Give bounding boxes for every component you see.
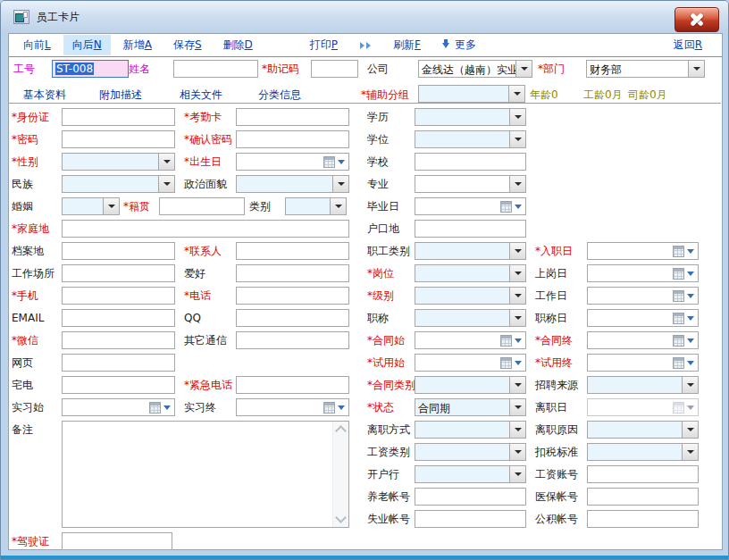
resign-method-dropdown-button[interactable] — [509, 422, 525, 438]
pension-account-input[interactable] — [415, 488, 526, 506]
contract-end-date-picker[interactable] — [587, 331, 699, 349]
email-input[interactable] — [62, 309, 175, 327]
onboard-date-date-picker[interactable] — [587, 264, 699, 282]
confirm-password-input[interactable] — [236, 130, 349, 148]
internship-end-date-picker[interactable] — [236, 398, 349, 416]
status-dropdown-button[interactable] — [509, 399, 525, 415]
recruit-source-select[interactable] — [587, 376, 699, 394]
tab-2[interactable]: 相关文件 — [180, 86, 222, 104]
hire-date-date-picker[interactable] — [587, 242, 699, 260]
title-date-date-picker[interactable] — [587, 309, 699, 327]
political-status-select[interactable] — [236, 175, 349, 193]
phone-input[interactable] — [236, 287, 349, 305]
contract-type-select[interactable] — [415, 376, 526, 394]
qq-input[interactable] — [236, 309, 349, 327]
toolbar-next-button[interactable]: 向后N — [63, 35, 111, 55]
status-select[interactable]: 合同期 — [415, 398, 526, 416]
scroll-up-icon[interactable] — [335, 425, 347, 437]
dept-select[interactable]: 财务部 — [586, 60, 705, 78]
unemployment-account-input[interactable] — [415, 510, 526, 528]
toolbar-more-button[interactable]: 更多 — [433, 35, 485, 55]
resign-method-select[interactable] — [415, 421, 526, 439]
hobby-input[interactable] — [236, 264, 349, 282]
major-select[interactable] — [415, 175, 526, 193]
tab-0[interactable]: 基本资料 — [23, 86, 66, 104]
marriage-dropdown-button[interactable] — [103, 198, 119, 214]
toolbar-save-button[interactable]: 保存S — [164, 35, 211, 55]
archive-address-input[interactable] — [62, 242, 175, 260]
gender-select[interactable] — [62, 153, 175, 171]
aux-group-select[interactable] — [418, 85, 525, 103]
probation-start-date-picker[interactable] — [415, 354, 526, 372]
webpage-input[interactable] — [62, 354, 175, 372]
marriage-select[interactable] — [62, 197, 120, 215]
employee-category-dropdown-button[interactable] — [509, 243, 525, 259]
category-dropdown-button[interactable] — [330, 198, 346, 214]
mnemonic-input[interactable] — [311, 60, 358, 78]
resign-reason-select[interactable] — [587, 421, 699, 439]
medical-account-input[interactable] — [587, 488, 699, 506]
attendance-card-input[interactable] — [236, 108, 349, 126]
bank-select[interactable] — [415, 465, 526, 483]
company-select[interactable]: 金线达（越南）实业 — [418, 60, 532, 78]
emergency-phone-input[interactable] — [236, 376, 349, 394]
gender-dropdown-button[interactable] — [158, 154, 174, 170]
native-place-input[interactable] — [159, 197, 245, 215]
category-select[interactable] — [285, 197, 347, 215]
workplace-input[interactable] — [62, 264, 175, 282]
internship-start-date-picker[interactable] — [62, 398, 175, 416]
degree-select[interactable] — [415, 130, 526, 148]
name-input[interactable] — [173, 60, 258, 78]
other-contact-input[interactable] — [236, 331, 349, 349]
salary-category-dropdown-button[interactable] — [509, 444, 525, 460]
home-phone-input[interactable] — [62, 376, 175, 394]
contract-start-date-picker[interactable] — [415, 331, 526, 349]
bank-dropdown-button[interactable] — [509, 466, 525, 482]
salary-category-select[interactable] — [415, 443, 526, 461]
employee-category-select[interactable] — [415, 242, 526, 260]
major-dropdown-button[interactable] — [509, 176, 525, 192]
birth-date-date-picker[interactable] — [236, 153, 349, 171]
job-title-dropdown-button[interactable] — [509, 310, 525, 326]
home-address-input[interactable] — [62, 220, 349, 238]
emp-no-input[interactable]: ST-008 — [52, 60, 129, 78]
recruit-source-dropdown-button[interactable] — [682, 377, 698, 393]
ethnicity-dropdown-button[interactable] — [158, 176, 174, 192]
school-input[interactable] — [415, 153, 526, 171]
toolbar-refresh-button[interactable]: 刷新F — [384, 35, 430, 55]
resign-reason-dropdown-button[interactable] — [682, 422, 698, 438]
id-card-input[interactable] — [62, 108, 175, 126]
company-dropdown-button[interactable] — [515, 61, 532, 77]
toolbar-delete-button[interactable]: 删除D — [214, 35, 262, 55]
password-input[interactable] — [62, 130, 175, 148]
education-dropdown-button[interactable] — [509, 109, 525, 125]
contract-type-dropdown-button[interactable] — [509, 377, 525, 393]
scroll-down-icon[interactable] — [335, 512, 347, 523]
level-dropdown-button[interactable] — [509, 288, 525, 304]
close-button[interactable] — [675, 7, 719, 32]
mobile-input[interactable] — [62, 287, 175, 305]
tab-1[interactable]: 附加描述 — [99, 86, 142, 104]
toolbar-expand-button[interactable] — [350, 37, 381, 54]
probation-end-date-picker[interactable] — [587, 354, 699, 372]
tab-3[interactable]: 分类信息 — [258, 86, 301, 104]
level-select[interactable] — [415, 287, 526, 305]
dept-dropdown-button[interactable] — [688, 61, 704, 77]
toolbar-prev-button[interactable]: 向前L — [14, 35, 60, 55]
tax-standard-select[interactable] — [587, 443, 699, 461]
toolbar-print-button[interactable]: 打印P — [301, 35, 347, 55]
household-address-input[interactable] — [415, 220, 526, 238]
toolbar-back-button[interactable]: 返回R — [665, 35, 711, 55]
contact-person-input[interactable] — [236, 242, 349, 260]
notes-scrollbar[interactable] — [332, 422, 348, 527]
ethnicity-select[interactable] — [62, 175, 175, 193]
tax-standard-dropdown-button[interactable] — [682, 444, 698, 460]
salary-account-input[interactable] — [587, 465, 699, 483]
position-select[interactable] — [415, 264, 526, 282]
degree-dropdown-button[interactable] — [509, 131, 525, 147]
position-dropdown-button[interactable] — [509, 265, 525, 281]
notes-textarea[interactable] — [62, 421, 349, 528]
job-title-select[interactable] — [415, 309, 526, 327]
graduation-date-date-picker[interactable] — [415, 197, 526, 215]
aux-group-dropdown-button[interactable] — [508, 86, 524, 102]
